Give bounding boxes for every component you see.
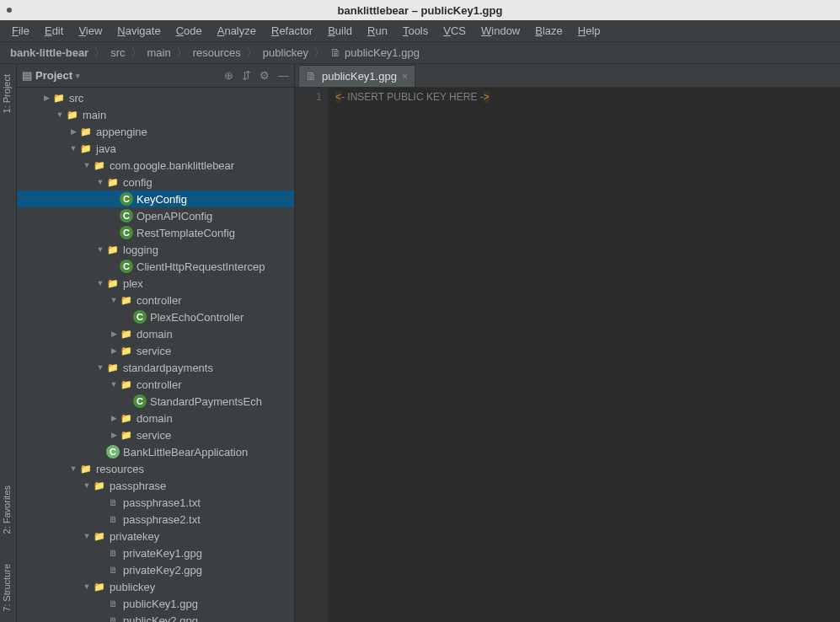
tree-label: PlexEchoController bbox=[150, 311, 243, 324]
tree-item[interactable]: ▼📁config bbox=[17, 174, 294, 190]
tree-item[interactable]: CPlexEchoController bbox=[17, 308, 294, 325]
menu-window[interactable]: Window bbox=[474, 23, 527, 39]
tree-arrow-icon[interactable]: ▼ bbox=[81, 582, 93, 591]
breadcrumb-separator: 〉 bbox=[174, 46, 190, 61]
tree-arrow-icon[interactable]: ▼ bbox=[94, 363, 106, 372]
menu-analyze[interactable]: Analyze bbox=[211, 23, 263, 39]
breadcrumb-item[interactable]: src bbox=[107, 46, 128, 59]
class-icon: C bbox=[120, 226, 133, 239]
code-content[interactable]: <- INSERT PUBLIC KEY HERE -> bbox=[329, 88, 840, 622]
tree-item[interactable]: CKeyConfig bbox=[17, 190, 294, 207]
tree-label: domain bbox=[136, 412, 173, 425]
tree-item[interactable]: 🗎publicKey1.gpg bbox=[17, 595, 294, 612]
tree-item[interactable]: ▼📁publickey bbox=[17, 578, 294, 595]
tree-item[interactable]: ▼📁passphrase bbox=[17, 477, 294, 494]
tree-arrow-icon[interactable]: ▼ bbox=[81, 532, 93, 540]
tree-item[interactable]: 🗎privateKey2.gpg bbox=[17, 561, 294, 578]
breadcrumb-separator: 〉 bbox=[244, 46, 259, 61]
folder-icon: 📁 bbox=[79, 142, 93, 155]
tree-label: plex bbox=[123, 277, 143, 290]
tree-arrow-icon[interactable]: ▼ bbox=[94, 279, 106, 287]
hide-icon[interactable]: — bbox=[278, 69, 289, 82]
code-editor[interactable]: 1 <- INSERT PUBLIC KEY HERE -> bbox=[295, 88, 840, 622]
tree-arrow-icon[interactable]: ▼ bbox=[108, 380, 120, 389]
project-tree[interactable]: ▶📁src▼📁main▶📁appengine▼📁java▼📁com.google… bbox=[17, 88, 294, 622]
tree-item[interactable]: ▶📁service bbox=[17, 426, 294, 443]
tree-arrow-icon[interactable]: ▼ bbox=[67, 464, 79, 473]
settings-icon[interactable]: ⚙ bbox=[259, 69, 270, 82]
tree-item[interactable]: ▶📁service bbox=[17, 342, 294, 359]
tree-arrow-icon[interactable]: ▼ bbox=[81, 161, 93, 169]
tree-item[interactable]: ▼📁java bbox=[17, 140, 294, 157]
tree-arrow-icon[interactable]: ▼ bbox=[81, 481, 93, 490]
menu-build[interactable]: Build bbox=[321, 23, 359, 39]
sidebar-header: ▤ Project ▾ ⊕ ⇵ ⚙ — bbox=[17, 64, 294, 88]
tree-item[interactable]: ▼📁plex bbox=[17, 275, 294, 292]
tree-item[interactable]: ▼📁com.google.banklittlebear bbox=[17, 157, 294, 174]
tree-arrow-icon[interactable]: ▼ bbox=[67, 144, 79, 153]
tree-item[interactable]: ▶📁src bbox=[17, 89, 294, 106]
tree-arrow-icon[interactable]: ▶ bbox=[108, 431, 120, 439]
menu-navigate[interactable]: Navigate bbox=[110, 23, 167, 39]
tree-item[interactable]: ▼📁logging bbox=[17, 241, 294, 258]
tree-item[interactable]: 🗎passphrase2.txt bbox=[17, 511, 294, 528]
tree-item[interactable]: ▶📁domain bbox=[17, 325, 294, 342]
menu-refactor[interactable]: Refactor bbox=[265, 23, 319, 39]
tool-tab-favorites[interactable]: 2: Favorites bbox=[0, 479, 16, 540]
menu-vcs[interactable]: VCS bbox=[436, 23, 473, 39]
breadcrumb-bar: bank-little-bear〉src〉main〉resources〉publ… bbox=[0, 42, 840, 64]
breadcrumb-item[interactable]: resources bbox=[190, 46, 244, 59]
tree-item[interactable]: CClientHttpRequestIntercep bbox=[17, 258, 294, 275]
tool-tab-project[interactable]: 1: Project bbox=[0, 67, 16, 120]
menu-tools[interactable]: Tools bbox=[396, 23, 435, 39]
tree-item[interactable]: ▼📁controller bbox=[17, 376, 294, 393]
dropdown-icon[interactable]: ▾ bbox=[76, 72, 80, 80]
tree-arrow-icon[interactable]: ▶ bbox=[108, 346, 120, 355]
collapse-all-icon[interactable]: ⇵ bbox=[242, 69, 251, 82]
menu-file[interactable]: File bbox=[5, 23, 36, 39]
scroll-from-source-icon[interactable]: ⊕ bbox=[224, 69, 233, 82]
tree-arrow-icon[interactable]: ▼ bbox=[54, 110, 66, 119]
tree-item[interactable]: CStandardPaymentsEch bbox=[17, 393, 294, 410]
menu-view[interactable]: View bbox=[72, 23, 109, 39]
tab-close-icon[interactable]: × bbox=[402, 71, 408, 83]
tree-arrow-icon[interactable]: ▶ bbox=[108, 330, 120, 338]
tree-item[interactable]: 🗎passphrase1.txt bbox=[17, 494, 294, 511]
tool-tab-structure[interactable]: 7: Structure bbox=[0, 557, 16, 619]
breadcrumb-item[interactable]: main bbox=[144, 46, 174, 59]
tree-arrow-icon[interactable]: ▼ bbox=[94, 178, 106, 186]
tree-item[interactable]: 🗎privateKey1.gpg bbox=[17, 544, 294, 561]
tree-item[interactable]: ▼📁resources bbox=[17, 460, 294, 477]
tree-item[interactable]: ▶📁appengine bbox=[17, 123, 294, 140]
tree-item[interactable]: ▶📁domain bbox=[17, 410, 294, 426]
tree-item[interactable]: ▼📁standardpayments bbox=[17, 359, 294, 376]
breadcrumb-item[interactable]: bank-little-bear bbox=[7, 46, 92, 59]
class-icon: C bbox=[106, 445, 120, 458]
menu-code[interactable]: Code bbox=[169, 23, 209, 39]
menu-run[interactable]: Run bbox=[361, 23, 394, 39]
file-icon: 🗎 bbox=[106, 614, 120, 622]
tree-arrow-icon[interactable]: ▶ bbox=[67, 127, 79, 136]
menu-help[interactable]: Help bbox=[571, 23, 607, 39]
tree-item[interactable]: CRestTemplateConfig bbox=[17, 224, 294, 241]
code-line[interactable]: <- INSERT PUBLIC KEY HERE -> bbox=[335, 91, 840, 105]
tree-item[interactable]: ▼📁privatekey bbox=[17, 528, 294, 544]
tree-item[interactable]: COpenAPIConfig bbox=[17, 207, 294, 224]
tree-label: java bbox=[96, 142, 116, 155]
editor-tabs: 🗎 publicKey1.gpg × bbox=[295, 64, 840, 88]
tree-arrow-icon[interactable]: ▼ bbox=[108, 296, 120, 304]
tree-item[interactable]: CBankLittleBearApplication bbox=[17, 443, 294, 460]
breadcrumb-item[interactable]: publickey bbox=[259, 46, 312, 59]
breadcrumb-item[interactable]: 🗎publicKey1.gpg bbox=[327, 46, 423, 59]
editor-tab[interactable]: 🗎 publicKey1.gpg × bbox=[298, 65, 415, 87]
class-icon: C bbox=[133, 310, 147, 324]
tree-arrow-icon[interactable]: ▶ bbox=[40, 94, 52, 102]
menu-edit[interactable]: Edit bbox=[38, 23, 70, 39]
menu-blaze[interactable]: Blaze bbox=[528, 23, 570, 39]
tree-item[interactable]: 🗎publicKey2.gpg bbox=[17, 612, 294, 622]
tree-arrow-icon[interactable]: ▼ bbox=[94, 245, 106, 254]
tree-item[interactable]: ▼📁main bbox=[17, 106, 294, 123]
tree-arrow-icon[interactable]: ▶ bbox=[108, 414, 120, 422]
package-icon: 📁 bbox=[120, 327, 133, 340]
tree-item[interactable]: ▼📁controller bbox=[17, 292, 294, 308]
